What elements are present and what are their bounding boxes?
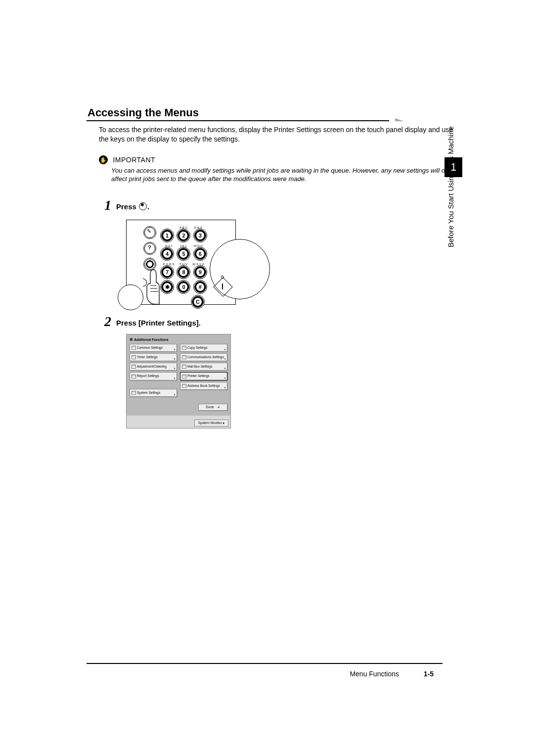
- settings-key-icon: [139, 202, 147, 210]
- panel-arc-left: [118, 284, 143, 310]
- keypad-grid: ABCDEF 1 2 3 GHIJKLMNO 4 5 6 PQRSTUVWXYZ…: [161, 226, 209, 311]
- step-1: 1 Press . ✎ ? ABCDEF 1 2 3 GHIJKLMNO: [116, 202, 433, 305]
- step-2-title: Press [Printer Settings].: [116, 319, 433, 327]
- step-1-title-suffix: .: [147, 202, 149, 211]
- screenshot-header: ✲Additional Functions: [130, 337, 227, 342]
- btn-system-monitor: System Monitor ▸: [194, 420, 228, 426]
- keypad-illustration: ✎ ? ABCDEF 1 2 3 GHIJKLMNO 4 5 6: [126, 220, 236, 305]
- footer-rule: [87, 663, 443, 664]
- btn-communications-settings: Communications Settings▸: [180, 353, 227, 361]
- btn-timer-settings: Timer Settings▸: [130, 353, 177, 361]
- important-hand-icon: ✋: [99, 155, 108, 164]
- key-clear: C: [192, 296, 204, 308]
- screenshot-right-column: Copy Settings▸ Communications Settings▸ …: [180, 344, 227, 398]
- btn-common-settings: Common Settings▸: [130, 344, 177, 352]
- section-heading-row: Accessing the Menus: [87, 106, 433, 120]
- pencil-key-icon: ✎: [144, 227, 155, 238]
- key-2: 2: [178, 230, 189, 241]
- step-1-title: Press .: [116, 202, 433, 211]
- touchscreen-screenshot: ✲Additional Functions Common Settings▸ T…: [126, 334, 231, 428]
- footer-page-number: 1-5: [424, 670, 434, 678]
- help-key-icon: ?: [144, 243, 155, 254]
- section-heading: Accessing the Menus: [87, 106, 433, 119]
- btn-system-settings: System Settings▸: [130, 389, 177, 397]
- step-1-number: 1: [104, 197, 111, 213]
- key-9: 9: [194, 266, 206, 278]
- important-text: You can access menus and modify settings…: [111, 166, 457, 184]
- btn-done: Done↲: [198, 404, 227, 411]
- key-6: 6: [194, 248, 206, 260]
- key-hash: #: [194, 281, 206, 293]
- btn-printer-settings: Printer Settings▸: [180, 372, 227, 380]
- pointing-hand-icon: [144, 269, 162, 303]
- footer-title: Menu Functions: [350, 670, 399, 678]
- chapter-vertical-label: Before You Start Using This Machine: [446, 126, 455, 247]
- key-1: 1: [161, 230, 173, 241]
- settings-key-target-icon: [144, 259, 155, 270]
- intro-paragraph: To access the printer-related menu funct…: [99, 125, 455, 144]
- screenshot-left-column: Common Settings▸ Timer Settings▸ Adjustm…: [130, 344, 177, 398]
- key-5: 5: [178, 248, 189, 260]
- important-label: IMPORTANT: [113, 156, 155, 164]
- key-0: 0: [178, 281, 189, 293]
- btn-adjustment-cleaning: Adjustment/Cleaning▸: [130, 363, 177, 371]
- key-8: 8: [178, 266, 189, 278]
- btn-address-book-settings: Address Book Settings▸: [180, 382, 227, 390]
- important-header: ✋ IMPORTANT: [99, 155, 433, 164]
- step-2-number: 2: [104, 314, 111, 330]
- step-2: 2 Press [Printer Settings]. ✲Additional …: [116, 319, 433, 428]
- gear-icon: ✲: [130, 337, 133, 342]
- chevron-right-icon: ▸: [223, 421, 225, 425]
- key-4: 4: [161, 248, 173, 260]
- heading-wedge-icon: [395, 118, 404, 121]
- btn-mail-box-settings: Mail Box Settings▸: [180, 363, 227, 371]
- key-3: 3: [194, 230, 206, 241]
- btn-report-settings: Report Settings▸: [130, 372, 177, 380]
- btn-copy-settings: Copy Settings▸: [180, 344, 227, 352]
- heading-rule: [87, 120, 389, 121]
- return-icon: ↲: [217, 405, 220, 409]
- start-diamond-icon: [216, 280, 230, 294]
- page-content: Accessing the Menus To access the printe…: [87, 106, 433, 428]
- step-1-title-prefix: Press: [116, 202, 138, 211]
